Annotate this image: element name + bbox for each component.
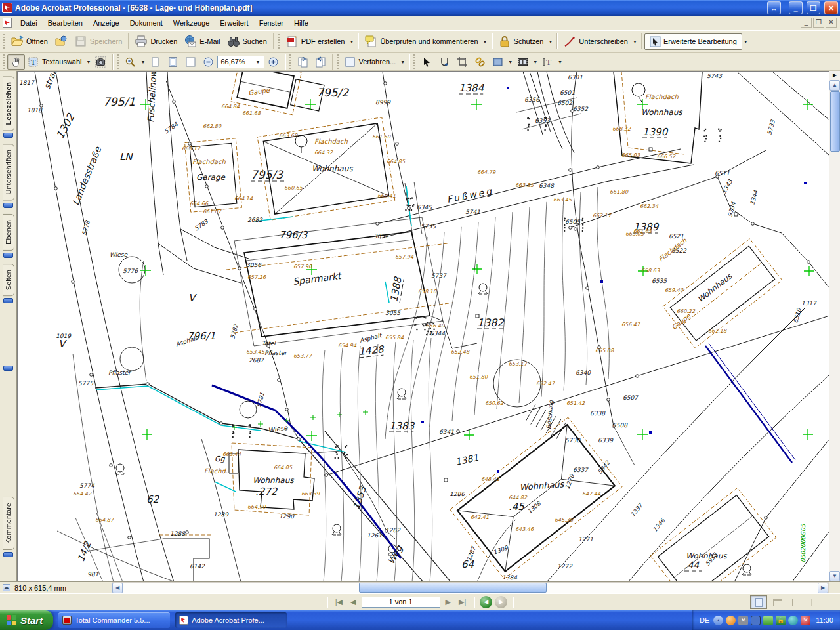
close-button[interactable]: ✕ xyxy=(824,1,838,14)
zoom-out-button[interactable] xyxy=(200,54,217,70)
actual-size-button[interactable] xyxy=(146,54,164,70)
tab-grip[interactable] xyxy=(3,366,13,371)
fit-page-button[interactable] xyxy=(164,54,182,70)
tab-grip[interactable] xyxy=(3,298,13,303)
toolbar-grip[interactable] xyxy=(278,34,280,49)
scroll-down-button[interactable]: ▼ xyxy=(830,571,840,581)
toolbar-overflow-icon[interactable]: ▶ xyxy=(830,71,840,80)
tray-icon-usb[interactable] xyxy=(763,616,773,625)
review-comment-button[interactable]: Überprüfen und kommentieren xyxy=(361,33,481,50)
sign-dropdown[interactable]: ▼ xyxy=(631,38,639,45)
language-indicator[interactable]: DE xyxy=(700,616,711,624)
fit-width-button[interactable] xyxy=(182,54,200,70)
vertical-scrollbar[interactable]: ▶ ▲ ▼ xyxy=(829,71,840,581)
window-arrows-button[interactable]: ↔ xyxy=(767,1,781,14)
sidebar-tab-unterschriften[interactable]: Unterschriften xyxy=(3,144,14,200)
scroll-up-button[interactable]: ▲ xyxy=(830,80,840,91)
taskbar-item-acrobat[interactable]: Adobe Acrobat Profe... xyxy=(175,612,287,628)
tab-grip[interactable] xyxy=(3,253,13,258)
organizer-button[interactable] xyxy=(51,33,71,50)
snapshot-button[interactable] xyxy=(92,54,110,70)
tray-icon-update[interactable] xyxy=(788,616,798,625)
vertical-scroll-thumb[interactable] xyxy=(830,91,840,152)
open-button[interactable]: Öffnen xyxy=(7,33,51,50)
review-comment-dropdown[interactable]: ▼ xyxy=(482,38,489,45)
menu-item-anzeige[interactable]: Anzeige xyxy=(88,17,125,29)
next-view-circle-button[interactable]: ▶ xyxy=(495,596,507,608)
zoom-level-combo[interactable]: 66,67% ▼ xyxy=(217,56,264,68)
single-page-layout-button[interactable] xyxy=(750,595,767,609)
print-button[interactable]: Drucken xyxy=(131,33,180,50)
advanced-editing-dropdown[interactable]: ▼ xyxy=(742,38,749,45)
horizontal-scrollbar[interactable]: ◀ ▶ xyxy=(112,582,829,593)
tray-icon-shield-lock[interactable]: 🔒 xyxy=(776,616,786,625)
toolbar-grip[interactable] xyxy=(289,54,291,69)
tray-icon-gear-error[interactable]: ✕ xyxy=(738,616,748,625)
mdi-close-button[interactable]: ✕ xyxy=(826,18,837,28)
sidebar-tab-kommentare[interactable]: Kommentare xyxy=(3,497,14,550)
mdi-minimize-button[interactable]: _ xyxy=(801,18,812,28)
zoom-level-dropdown[interactable]: ▼ xyxy=(254,58,261,66)
start-button[interactable]: Start xyxy=(0,610,53,630)
protect-button[interactable]: Schützen xyxy=(495,33,547,50)
movie-tool-dropdown[interactable]: ▼ xyxy=(532,58,539,66)
protect-dropdown[interactable]: ▼ xyxy=(547,38,554,45)
first-page-button[interactable]: |◀ xyxy=(333,597,345,607)
zoom-tool-button[interactable] xyxy=(121,54,139,70)
tab-grip[interactable] xyxy=(3,133,13,138)
restore-button[interactable]: ❐ xyxy=(807,1,820,14)
toolbar-grip[interactable] xyxy=(413,54,415,69)
tab-grip[interactable] xyxy=(3,203,13,208)
continuous-facing-layout-button[interactable] xyxy=(788,595,805,609)
sign-button[interactable]: Unterschreiben xyxy=(560,33,631,50)
form-field-dropdown[interactable]: ▼ xyxy=(507,58,514,66)
select-object-button[interactable] xyxy=(418,54,436,70)
menu-item-erweitert[interactable]: Erweitert xyxy=(215,17,253,29)
create-pdf-dropdown[interactable]: ▼ xyxy=(348,38,355,45)
facing-layout-button[interactable] xyxy=(807,595,824,609)
tab-grip[interactable] xyxy=(3,552,13,557)
horizontal-scroll-track[interactable] xyxy=(123,583,818,593)
link-tool-button[interactable] xyxy=(471,54,489,70)
taskbar-item-total-commander[interactable]: Total Commander 5.5... xyxy=(58,612,170,628)
movie-tool-button[interactable] xyxy=(514,54,532,70)
toolbar-grip[interactable] xyxy=(337,54,339,69)
toolbar-grip[interactable] xyxy=(117,54,119,69)
touchup-text-button[interactable]: T xyxy=(539,54,556,70)
menu-item-werkzeuge[interactable]: Werkzeuge xyxy=(168,17,215,29)
menu-item-bearbeiten[interactable]: Bearbeiten xyxy=(43,17,88,29)
continuous-layout-button[interactable] xyxy=(769,595,786,609)
previous-view-button[interactable] xyxy=(294,54,312,70)
zoom-tool-dropdown[interactable]: ▼ xyxy=(139,58,146,66)
scroll-right-button[interactable]: ▶ xyxy=(818,583,828,593)
mdi-restore-button[interactable]: ❐ xyxy=(813,18,824,28)
process-dropdown[interactable]: ▼ xyxy=(399,58,406,66)
form-field-button[interactable] xyxy=(489,54,507,70)
menu-item-datei[interactable]: Datei xyxy=(15,17,43,29)
toolbar-grip[interactable] xyxy=(3,54,5,69)
sidebar-tab-seiten[interactable]: Seiten xyxy=(3,264,14,296)
process-button[interactable]: Verfahren... xyxy=(341,54,399,70)
document-viewport[interactable]: 795/11302795/21384795/3796/313881382796/… xyxy=(17,71,829,581)
tray-icon-orange[interactable] xyxy=(726,616,736,625)
advanced-editing-button[interactable]: Erweiterte Bearbeitung xyxy=(644,33,742,50)
save-button[interactable]: Speichern xyxy=(71,33,126,50)
menu-item-hilfe[interactable]: Hilfe xyxy=(289,17,314,29)
pane-splitter-icon[interactable]: ◂▸ xyxy=(3,584,10,591)
site-plan-page[interactable]: 795/11302795/21384795/3796/313881382796/… xyxy=(18,72,829,581)
next-view-button[interactable] xyxy=(312,54,329,70)
previous-page-button[interactable]: ◀ xyxy=(348,597,358,607)
toolbar-grip[interactable] xyxy=(3,34,5,49)
search-button[interactable]: Suchen xyxy=(224,33,270,50)
next-page-button[interactable]: ▶ xyxy=(443,597,453,607)
crop-tool-button[interactable] xyxy=(453,54,471,70)
tray-icon-security-alert[interactable]: ✕ xyxy=(801,616,810,625)
horizontal-scroll-thumb[interactable] xyxy=(359,583,547,593)
text-select-dropdown[interactable]: ▼ xyxy=(85,58,93,66)
touchup-text-dropdown[interactable]: ▼ xyxy=(556,58,564,66)
page-number-field[interactable]: 1 von 1 xyxy=(362,597,440,608)
last-page-button[interactable]: ▶| xyxy=(456,597,469,607)
title-bar[interactable]: Adobe Acrobat Professional - [6538 - Lag… xyxy=(0,0,840,16)
hand-tool-button[interactable] xyxy=(7,54,25,70)
previous-view-circle-button[interactable]: ◀ xyxy=(480,596,492,608)
